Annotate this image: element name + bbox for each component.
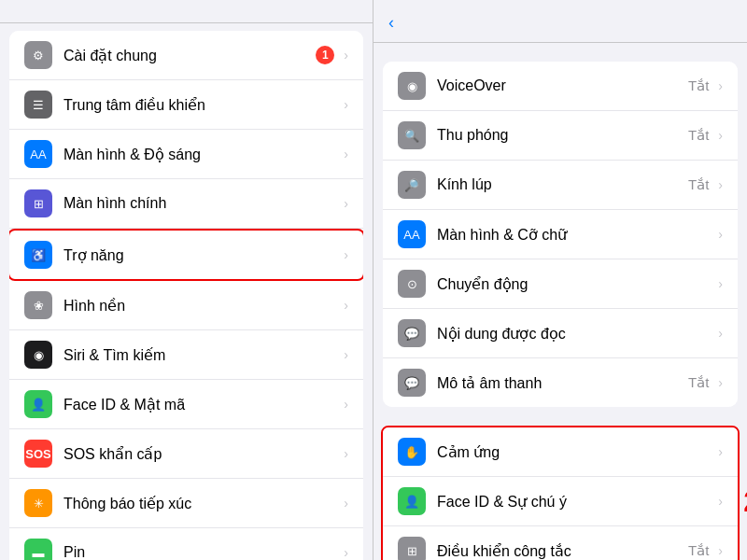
icon-hinh-nen: ❀ [24,291,52,319]
right-item-thu-phong[interactable]: 🔍 Thu phóng Tắt › [383,111,738,161]
icon-trung-tam-dieu-khien: ☰ [24,91,52,119]
chevron-man-hinh-co-chu: › [718,227,723,242]
chevron-chuyen-dong: › [718,276,723,291]
chevron-noi-dung-duoc-doc: › [718,326,723,341]
icon-thu-phong: 🔍 [398,121,426,149]
right-item-face-id-su-chu-y[interactable]: 👤 Face ID & Sự chú ý › [383,477,738,526]
right-scroll: ◉ VoiceOver Tắt › 🔍 Thu phóng Tắt › 🔎 Kí… [374,43,747,560]
step2-number: 2 [743,484,747,519]
icon-man-hinh-co-chu: AA [398,220,426,248]
left-scroll: ⚙ Cài đặt chung 1 › ☰ Trung tâm điều khi… [0,23,373,560]
left-item-man-hinh-do-sang[interactable]: AA Màn hình & Độ sáng › [9,130,363,179]
left-item-man-hinh-chinh[interactable]: ⊞ Màn hình chính › [9,179,363,229]
icon-man-hinh-do-sang: AA [24,140,52,168]
label-hinh-nen: Hình nền [63,297,340,315]
icon-man-hinh-chinh: ⊞ [24,189,52,217]
left-item-pin[interactable]: ▬ Pin › [9,528,363,560]
left-item-siri-tim-kiem[interactable]: ◉ Siri & Tìm kiếm › [9,330,363,380]
left-item-face-id-mat-ma[interactable]: 👤 Face ID & Mật mã › [9,380,363,429]
icon-chuyen-dong: ⊙ [398,270,426,298]
chevron-cam-ung: › [718,444,723,459]
icon-cai-dat-chung: ⚙ [24,41,52,69]
right-item-mo-ta-am-thanh[interactable]: 💬 Mô tả âm thanh Tắt › [383,358,738,407]
label-face-id-su-chu-y: Face ID & Sự chú ý [437,493,714,511]
icon-face-id-mat-ma: 👤 [24,390,52,418]
label-dieu-khien-cong-tac: Điều khiển công tắc [437,542,688,560]
chevron-face-id-su-chu-y: › [718,494,723,509]
left-item-tro-nang[interactable]: ♿ Trợ năng › 1 [9,229,363,281]
value-thu-phong: Tắt [688,127,709,144]
label-mo-ta-am-thanh: Mô tả âm thanh [437,374,688,392]
chevron-thong-bao-tiep-xuc: › [344,496,348,511]
chevron-hinh-nen: › [344,298,348,313]
left-item-trung-tam-dieu-khien[interactable]: ☰ Trung tâm điều khiển › [9,80,363,130]
badge-cai-dat-chung: 1 [316,46,334,64]
chevron-sos-khan-cap: › [344,446,348,461]
icon-pin: ▬ [24,539,52,560]
label-noi-dung-duoc-doc: Nội dung được đọc [437,325,714,343]
right-item-chuyen-dong[interactable]: ⊙ Chuyển động › [383,259,738,309]
label-man-hinh-co-chu: Màn hình & Cỡ chữ [437,226,714,244]
icon-tro-nang: ♿ [24,241,52,269]
value-mo-ta-am-thanh: Tắt [688,374,709,391]
icon-face-id-su-chu-y: 👤 [398,487,426,515]
section2-label [374,407,747,426]
right-header: ‹ [374,0,747,43]
back-button[interactable]: ‹ [388,13,398,33]
right-item-kinh-lup[interactable]: 🔎 Kính lúp Tắt › [383,161,738,210]
chevron-pin: › [344,545,348,560]
left-header [0,0,373,23]
label-siri-tim-kiem: Siri & Tìm kiếm [63,346,340,364]
value-dieu-khien-cong-tac: Tắt [688,542,709,559]
label-cam-ung: Cảm ứng [437,443,714,461]
value-voiceover: Tắt [688,77,709,94]
icon-voiceover: ◉ [398,72,426,100]
chevron-mo-ta-am-thanh: › [718,375,723,390]
icon-noi-dung-duoc-doc: 💬 [398,319,426,347]
icon-sos-khan-cap: SOS [24,440,52,468]
label-sos-khan-cap: SOS khẩn cấp [63,445,340,463]
chevron-face-id-mat-ma: › [344,397,348,412]
chevron-kinh-lup: › [718,177,723,192]
left-panel: ⚙ Cài đặt chung 1 › ☰ Trung tâm điều khi… [0,0,374,560]
icon-siri-tim-kiem: ◉ [24,341,52,369]
label-man-hinh-do-sang: Màn hình & Độ sáng [63,146,340,163]
label-voiceover: VoiceOver [437,77,688,94]
label-kinh-lup: Kính lúp [437,176,688,193]
label-tro-nang: Trợ năng [63,246,340,264]
right-item-voiceover[interactable]: ◉ VoiceOver Tắt › [383,62,738,111]
right-item-cam-ung[interactable]: ✋ Cảm ứng › [383,427,738,477]
left-item-cai-dat-chung[interactable]: ⚙ Cài đặt chung 1 › [9,31,363,80]
chevron-tro-nang: › [344,247,348,262]
chevron-cai-dat-chung: › [344,48,348,63]
label-thu-phong: Thu phóng [437,127,688,144]
label-thong-bao-tiep-xuc: Thông báo tiếp xúc [63,495,340,512]
icon-dieu-khien-cong-tac: ⊞ [398,537,426,560]
value-kinh-lup: Tắt [688,176,709,193]
icon-mo-ta-am-thanh: 💬 [398,369,426,397]
left-item-hinh-nen[interactable]: ❀ Hình nền › [9,281,363,330]
right-item-noi-dung-duoc-doc[interactable]: 💬 Nội dung được đọc › [383,309,738,358]
icon-thong-bao-tiep-xuc: ✳ [24,489,52,517]
left-item-thong-bao-tiep-xuc[interactable]: ✳ Thông báo tiếp xúc › [9,479,363,528]
chevron-man-hinh-chinh: › [344,196,348,211]
label-trung-tam-dieu-khien: Trung tâm điều khiển [63,96,340,114]
right-section2-list: ✋ Cảm ứng › 👤 Face ID & Sự chú ý › ⊞ Điề… [381,426,740,560]
label-chuyen-dong: Chuyển động [437,275,714,293]
chevron-man-hinh-do-sang: › [344,147,348,161]
icon-kinh-lup: 🔎 [398,171,426,199]
right-item-dieu-khien-cong-tac[interactable]: ⊞ Điều khiển công tắc Tắt › [383,526,738,560]
chevron-trung-tam-dieu-khien: › [344,97,348,112]
right-section1-list: ◉ VoiceOver Tắt › 🔍 Thu phóng Tắt › 🔎 Kí… [383,62,738,407]
chevron-thu-phong: › [718,128,723,143]
chevron-voiceover: › [718,78,723,93]
right-item-man-hinh-co-chu[interactable]: AA Màn hình & Cỡ chữ › [383,210,738,259]
chevron-siri-tim-kiem: › [344,347,348,362]
icon-cam-ung: ✋ [398,438,426,466]
left-item-sos-khan-cap[interactable]: SOS SOS khẩn cấp › [9,429,363,479]
label-pin: Pin [63,544,340,560]
chevron-dieu-khien-cong-tac: › [718,543,723,558]
right-panel: ‹ ◉ VoiceOver Tắt › 🔍 Thu phóng Tắt › 🔎 … [374,0,747,560]
label-cai-dat-chung: Cài đặt chung [63,47,316,64]
label-man-hinh-chinh: Màn hình chính [63,195,340,212]
